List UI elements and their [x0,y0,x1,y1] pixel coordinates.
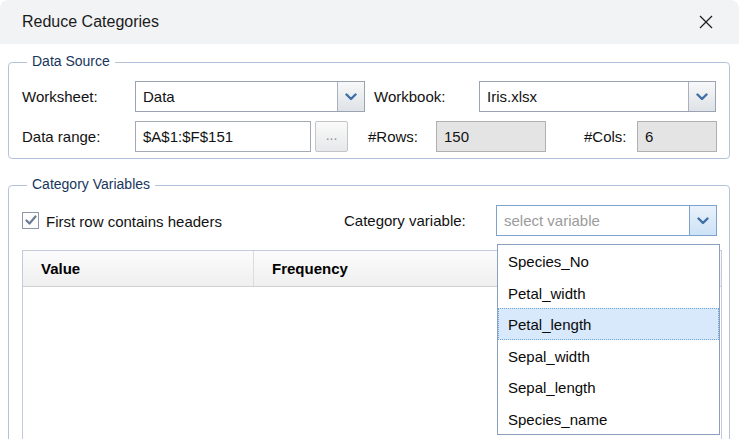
cols-count-field: 6 [637,121,717,152]
dropdown-option-sepal-width[interactable]: Sepal_width [498,340,719,372]
chevron-down-icon [696,93,708,101]
dropdown-option-species-no[interactable]: Species_No [498,245,719,277]
dropdown-option-petal-width[interactable]: Petal_width [498,277,719,309]
worksheet-label: Worksheet: [22,81,98,112]
data-range-input[interactable]: $A$1:$F$151 [135,121,311,152]
category-variable-dropdown-button[interactable] [689,206,716,235]
cols-label: #Cols: [584,121,627,152]
workbook-combobox[interactable]: Iris.xlsx [479,81,716,112]
data-range-label: Data range: [22,121,100,152]
chevron-down-icon [697,217,709,225]
worksheet-value: Data [136,82,337,111]
close-button[interactable] [691,7,721,37]
rows-count-field: 150 [436,121,546,152]
browse-range-button[interactable]: ... [315,121,348,152]
category-variables-legend: Category Variables [27,176,155,192]
workbook-dropdown-button[interactable] [688,82,715,111]
category-variable-placeholder: select variable [497,206,689,235]
category-variable-combobox[interactable]: select variable [496,205,717,236]
workbook-value: Iris.xlsx [480,82,688,111]
dropdown-option-species-name[interactable]: Species_name [498,403,719,435]
titlebar: Reduce Categories [0,0,739,44]
first-row-headers-checkbox[interactable] [22,212,39,229]
chevron-down-icon [345,93,357,101]
rows-label: #Rows: [368,121,418,152]
column-header-value[interactable]: Value [23,251,254,286]
close-icon [698,14,714,30]
first-row-headers-label: First row contains headers [46,206,222,237]
check-icon [25,215,37,226]
data-source-legend: Data Source [27,53,115,69]
category-variable-dropdown-list: Species_No Petal_width Petal_length Sepa… [497,244,720,435]
category-variable-label: Category variable: [344,205,466,236]
dropdown-option-petal-length[interactable]: Petal_length [498,308,719,340]
worksheet-dropdown-button[interactable] [337,82,364,111]
worksheet-combobox[interactable]: Data [135,81,365,112]
dropdown-option-sepal-length[interactable]: Sepal_length [498,371,719,403]
reduce-categories-dialog: Reduce Categories Data Source Worksheet:… [0,0,739,439]
dialog-title: Reduce Categories [22,0,159,44]
workbook-label: Workbook: [374,81,445,112]
